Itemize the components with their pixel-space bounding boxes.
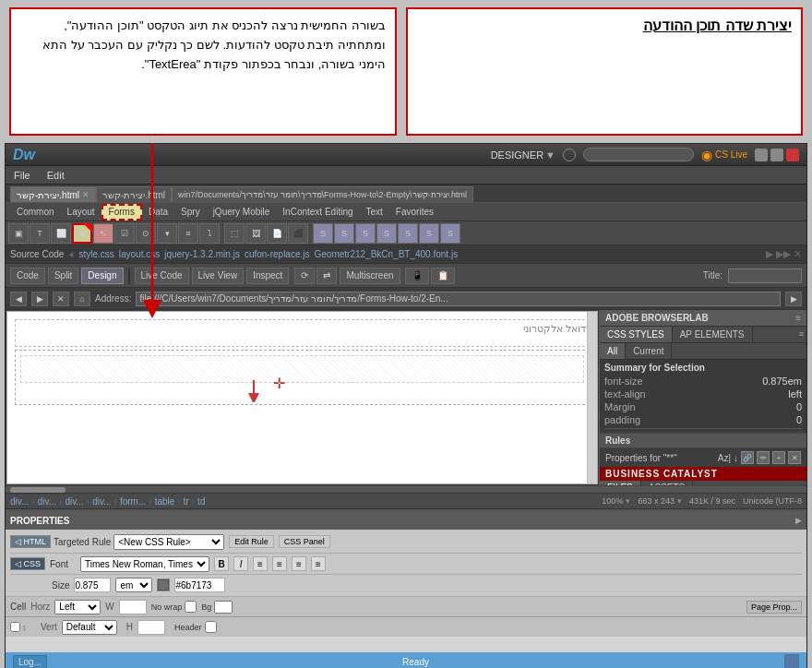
targeted-rule-select[interactable]: <New CSS Rule> — [113, 534, 224, 550]
cs-live[interactable]: ◉ CS Live — [701, 148, 747, 162]
refresh-nav-btn[interactable]: ⌂ — [74, 292, 90, 306]
source-file-cufon[interactable]: cufon-replace.js — [245, 249, 310, 259]
menu-edit[interactable]: Edit — [43, 168, 68, 183]
tool-spry7[interactable]: S — [440, 223, 460, 244]
panel-collapse-icon[interactable]: ▶ — [795, 516, 802, 525]
align-left-btn[interactable]: ≡ — [253, 556, 268, 571]
tag-td[interactable]: td — [197, 496, 205, 507]
panel-menu-icon[interactable]: ≡ — [796, 327, 806, 342]
files-menu-icon[interactable]: ≡ — [798, 481, 806, 485]
live-code-btn[interactable]: Live Code — [135, 268, 189, 284]
file-tab-close-0[interactable]: ✕ — [82, 190, 90, 199]
tool-spry2[interactable]: S — [334, 223, 354, 244]
files-tab[interactable]: FILES — [600, 481, 641, 485]
tab-common[interactable]: Common — [10, 204, 61, 221]
tool-spry4[interactable]: S — [376, 223, 397, 244]
css-current-tab[interactable]: Current — [626, 343, 672, 359]
h-input[interactable] — [137, 620, 165, 635]
header-checkbox[interactable] — [205, 621, 217, 633]
assets-tab[interactable]: ASSETS — [641, 481, 693, 485]
font-select[interactable]: Times New Roman, Times, serif — [80, 556, 209, 572]
prop-edit-icon[interactable]: ✏ — [757, 451, 770, 464]
nowrap-checkbox[interactable] — [185, 601, 197, 613]
tool-image[interactable]: 🖼 — [245, 223, 266, 244]
tag-table[interactable]: table — [155, 496, 175, 507]
tool-hidden[interactable]: ⬜ — [51, 223, 71, 244]
tab-text[interactable]: Text — [360, 204, 389, 221]
horizontal-scroll[interactable] — [6, 485, 806, 493]
css-all-tab[interactable]: All — [600, 343, 626, 359]
sync-btn[interactable]: ⇄ — [316, 268, 337, 284]
tab-jquery[interactable]: jQuery Mobile — [207, 204, 277, 221]
menu-file[interactable]: File — [10, 168, 34, 183]
go-btn[interactable]: ▶ — [785, 292, 802, 306]
prop-del-icon[interactable]: ✕ — [788, 451, 801, 464]
design-view-btn[interactable]: Design — [81, 268, 123, 284]
minimize-button[interactable] — [755, 149, 768, 161]
vertical-scrollbar[interactable] — [587, 312, 597, 483]
css-styles-tab[interactable]: CSS STYLES — [600, 327, 673, 342]
tab-forms[interactable]: Forms — [102, 204, 142, 221]
tab-favorites[interactable]: Favorites — [389, 204, 440, 221]
tool-btn[interactable]: ⬚ — [224, 223, 245, 244]
bold-btn[interactable]: B — [214, 556, 229, 571]
browser-preview[interactable] — [784, 654, 799, 668]
css-toggle[interactable]: ◁ CSS — [10, 557, 45, 570]
page-prop-button[interactable]: Page Prop... — [746, 601, 802, 614]
align-justify-btn[interactable]: ≡ — [311, 556, 326, 571]
mobile-preview[interactable]: 📱 — [405, 268, 429, 284]
tool-spry1[interactable]: S — [313, 223, 333, 244]
css-panel-button[interactable]: CSS Panel — [279, 535, 330, 548]
ap-elements-tab[interactable]: AP ELEMENTS — [673, 327, 753, 342]
source-file-jquery[interactable]: jquery-1.3.2.min.js — [164, 249, 240, 259]
maximize-button[interactable] — [770, 149, 783, 161]
tool-list[interactable]: ≡ — [178, 223, 198, 244]
align-right-btn[interactable]: ≡ — [292, 556, 306, 571]
address-input[interactable] — [136, 292, 781, 306]
horz-select[interactable]: Left — [54, 600, 101, 614]
live-view-btn[interactable]: Live View — [192, 268, 245, 284]
tool-file[interactable]: 📄 — [267, 223, 287, 244]
back-btn[interactable]: ◀ — [10, 292, 27, 306]
w-input[interactable] — [119, 600, 147, 614]
tag-form[interactable]: form... — [120, 496, 146, 507]
file-tab-2[interactable]: win7/Documents/מדריך\חומר עזר\מדריך\Form… — [172, 186, 473, 202]
tag-div3[interactable]: div... — [65, 496, 83, 507]
edit-rule-button[interactable]: Edit Rule — [229, 535, 274, 548]
tag-div1[interactable]: div... — [10, 496, 29, 507]
tool-jump[interactable]: ⤵ — [199, 223, 220, 244]
tab-incontext[interactable]: InContext Editing — [276, 204, 359, 221]
close-button[interactable] — [786, 149, 799, 161]
tool-radio[interactable]: ⊙ — [136, 223, 156, 244]
tool-spry6[interactable]: S — [419, 223, 439, 244]
tag-div2[interactable]: div... — [38, 496, 56, 507]
stop-btn[interactable]: ✕ — [53, 292, 69, 306]
tool-checkbox[interactable]: ☑ — [114, 223, 135, 244]
panel-expand[interactable]: ≡ — [795, 313, 801, 323]
search-input[interactable] — [583, 148, 694, 161]
source-file-font[interactable]: Geometr212_BkCn_BT_400.font.js — [314, 249, 458, 259]
html-toggle[interactable]: ◁ HTML — [10, 535, 51, 548]
unit-select[interactable]: em — [115, 578, 152, 592]
prop-link-icon[interactable]: 🔗 — [741, 451, 754, 464]
tag-tr[interactable]: tr — [184, 496, 189, 507]
tab-data[interactable]: Data — [142, 204, 174, 221]
source-file-css[interactable]: style.css — [78, 249, 113, 259]
tab-spry[interactable]: Spry — [174, 204, 207, 221]
log-button[interactable]: Log... — [13, 655, 47, 669]
tool-selected[interactable]: ▦ — [72, 223, 92, 244]
multiscreen-btn[interactable]: Multiscreen — [340, 268, 400, 284]
tool-select[interactable]: ▾ — [157, 223, 177, 244]
vert-select[interactable]: Default — [62, 620, 117, 635]
refresh-btn[interactable]: ⟳ — [294, 268, 315, 284]
align-center-btn[interactable]: ≡ — [272, 556, 287, 571]
tool-text[interactable]: T — [30, 223, 50, 244]
file-tab-0[interactable]: יצירת-קשר.html ✕ — [10, 186, 96, 202]
tool-spry5[interactable]: S — [398, 223, 418, 244]
bg-input[interactable] — [214, 601, 233, 614]
tag-div4[interactable]: div... — [92, 496, 111, 507]
forward-btn[interactable]: ▶ — [31, 292, 48, 306]
tool-cursor[interactable]: ↖ — [93, 223, 113, 244]
italic-btn[interactable]: I — [233, 556, 248, 571]
color-picker-btn[interactable] — [157, 579, 170, 591]
